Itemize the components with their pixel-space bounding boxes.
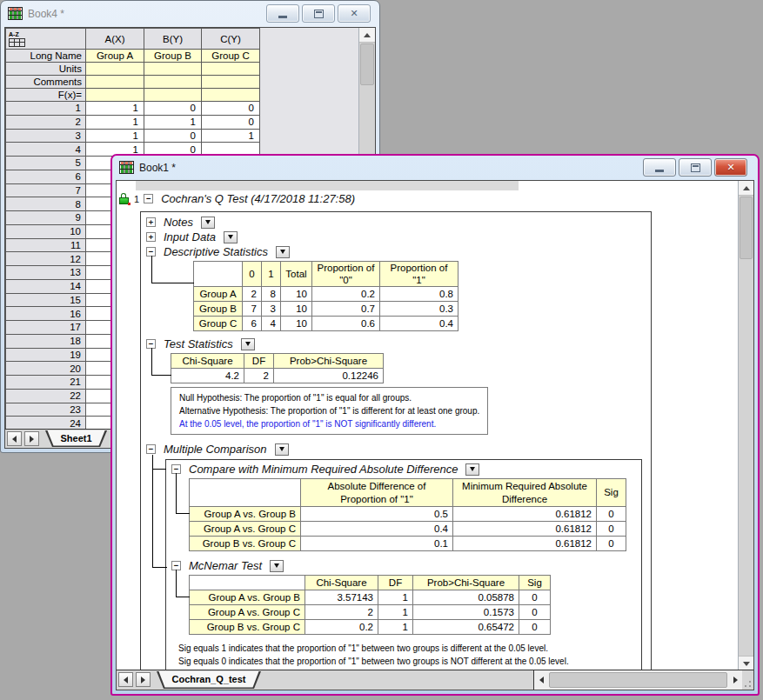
data-cell[interactable]: 0 <box>144 102 202 116</box>
row-number-header[interactable]: 12 <box>6 252 86 266</box>
column-header[interactable]: B(Y) <box>144 29 202 50</box>
row-number-header[interactable]: 2 <box>6 116 86 130</box>
vertical-scrollbar[interactable] <box>738 181 753 670</box>
row-number-header[interactable]: 21 <box>6 376 86 390</box>
row-number-header[interactable]: 15 <box>6 294 86 308</box>
section-menu-button[interactable] <box>276 246 290 258</box>
metadata-cell[interactable] <box>86 89 144 102</box>
row-label-header[interactable]: Comments <box>6 76 86 89</box>
row-label-header[interactable]: Long Name <box>6 50 86 63</box>
row-number-header[interactable]: 1 <box>6 102 86 116</box>
scroll-up-button[interactable] <box>359 28 375 43</box>
metadata-cell[interactable] <box>144 89 202 102</box>
metadata-cell[interactable] <box>202 76 260 89</box>
expand-toggle[interactable]: + <box>146 217 156 227</box>
report-collapse-toggle[interactable]: − <box>144 194 153 203</box>
row-number-header[interactable]: 7 <box>6 184 86 198</box>
close-button[interactable]: ✕ <box>338 4 371 23</box>
column-header[interactable]: A(X) <box>86 29 144 50</box>
expand-toggle[interactable]: + <box>146 232 156 242</box>
metadata-cell[interactable] <box>202 89 260 102</box>
minimize-button[interactable] <box>266 4 299 23</box>
metadata-cell[interactable] <box>86 76 144 89</box>
value-cell: 3 <box>262 302 281 317</box>
row-number-header[interactable]: 18 <box>6 335 86 349</box>
data-cell[interactable]: 1 <box>86 102 144 116</box>
data-cell[interactable]: 0 <box>144 130 202 143</box>
row-number-header[interactable]: 22 <box>6 390 86 403</box>
metadata-cell[interactable] <box>202 63 260 76</box>
row-number-header[interactable]: 20 <box>6 362 86 376</box>
metadata-cell[interactable] <box>144 63 202 76</box>
section-menu-button[interactable] <box>241 338 255 350</box>
tab-scroll-right-button[interactable] <box>24 431 39 446</box>
resize-grip[interactable] <box>742 670 753 690</box>
data-cell[interactable]: 1 <box>144 116 202 130</box>
row-number-header[interactable]: 11 <box>6 239 86 253</box>
horizontal-scroll-track[interactable] <box>548 670 728 690</box>
row-number-header[interactable]: 17 <box>6 321 86 335</box>
section-menu-button[interactable] <box>201 217 215 229</box>
section-menu-button[interactable] <box>275 443 289 456</box>
scrollbar-thumb[interactable] <box>740 197 753 259</box>
table-header-cell: Sig <box>519 576 551 590</box>
row-number-header[interactable]: 6 <box>6 170 86 184</box>
section-menu-button[interactable] <box>465 463 479 476</box>
scroll-down-button[interactable] <box>739 656 753 670</box>
row-number-header[interactable]: 4 <box>6 143 86 157</box>
row-number-header[interactable]: 14 <box>6 280 86 294</box>
section-menu-button[interactable] <box>270 560 284 572</box>
row-number-header[interactable]: 13 <box>6 266 86 280</box>
row-number-header[interactable]: 5 <box>6 157 86 170</box>
tree-connector <box>176 473 190 514</box>
book4-titlebar[interactable]: Book4 * ✕ <box>1 1 379 26</box>
data-cell[interactable]: 1 <box>86 130 144 143</box>
table-header-cell: Sig <box>597 479 626 507</box>
worksheet-row: A-ZA(X)B(Y)C(Y) <box>6 29 260 50</box>
close-button[interactable]: ✕ <box>714 158 747 177</box>
tab-scroll-left-button[interactable] <box>7 431 22 446</box>
row-number-header[interactable]: 16 <box>6 307 86 321</box>
dropdown-arrow-icon <box>470 467 475 471</box>
scroll-left-button[interactable] <box>534 670 548 690</box>
row-label-header[interactable]: Units <box>6 63 86 76</box>
row-number-header[interactable]: 8 <box>6 197 86 211</box>
tab-scroll-right-button[interactable] <box>136 672 151 687</box>
dropdown-arrow-icon <box>274 563 279 568</box>
long-name-cell[interactable]: Group C <box>202 50 260 63</box>
row-number-header[interactable]: 23 <box>6 403 86 417</box>
restore-button[interactable] <box>679 158 712 177</box>
row-number-header[interactable]: 9 <box>6 211 86 225</box>
minimize-button[interactable] <box>643 158 676 177</box>
data-cell[interactable]: 0 <box>202 102 260 116</box>
row-number-header[interactable]: 19 <box>6 349 86 363</box>
scrollbar-thumb[interactable] <box>360 43 374 85</box>
row-label-cell: Group A vs. Group B <box>190 590 305 605</box>
row-number-header[interactable]: 3 <box>6 130 86 143</box>
collapse-toggle[interactable]: − <box>146 444 156 454</box>
metadata-cell[interactable] <box>86 63 144 76</box>
restore-button[interactable] <box>302 4 335 23</box>
section-menu-button[interactable] <box>224 231 238 243</box>
data-cell[interactable]: 1 <box>202 130 260 143</box>
scrollbar-thumb[interactable] <box>549 672 727 688</box>
column-header[interactable]: C(Y) <box>202 29 260 50</box>
sheet-tab[interactable]: Sheet1 <box>45 430 107 447</box>
scroll-up-button[interactable] <box>739 181 753 196</box>
sheet-tab[interactable]: Cochran_Q_test <box>157 671 261 689</box>
scroll-right-button[interactable] <box>728 670 742 690</box>
data-cell[interactable]: 1 <box>86 116 144 130</box>
table-row: Group A vs. Group C0.40.618120 <box>190 522 626 537</box>
lock-icon <box>119 193 130 205</box>
worksheet-corner-header[interactable]: A-Z <box>6 29 86 50</box>
left-arrow-icon <box>124 677 128 683</box>
horizontal-scrollbar[interactable] <box>534 670 742 690</box>
tab-scroll-left-button[interactable] <box>118 672 133 687</box>
data-cell[interactable]: 0 <box>202 116 260 130</box>
book1-titlebar[interactable]: Book1 * ✕ <box>112 156 758 179</box>
row-number-header[interactable]: 10 <box>6 225 86 239</box>
row-label-header[interactable]: F(x)= <box>6 89 86 102</box>
metadata-cell[interactable] <box>144 76 202 89</box>
long-name-cell[interactable]: Group B <box>144 50 202 63</box>
long-name-cell[interactable]: Group A <box>86 50 144 63</box>
